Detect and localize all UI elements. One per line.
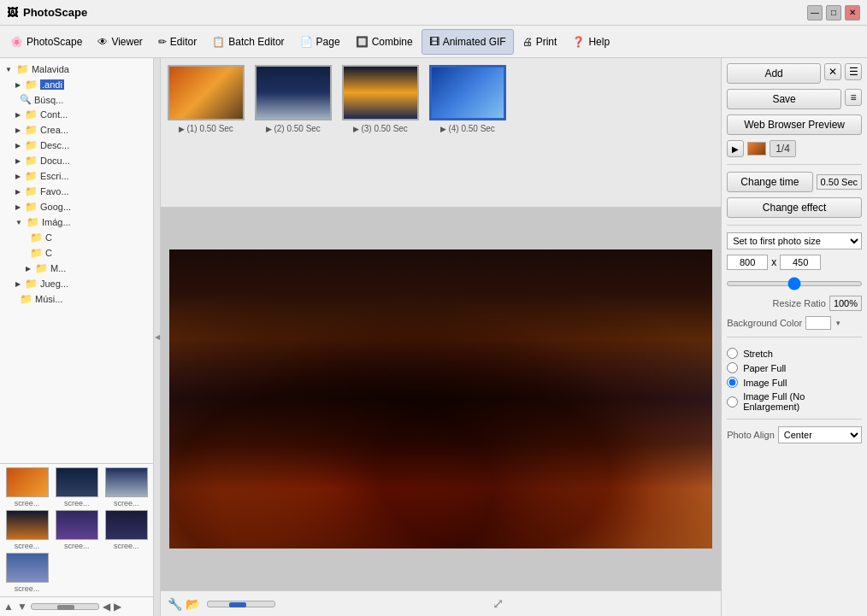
menu-page[interactable]: 📄 Page bbox=[293, 29, 347, 55]
sidebar-thumb-7[interactable]: scree... bbox=[3, 553, 50, 593]
menu-combine[interactable]: 🔲 Combine bbox=[349, 29, 420, 55]
menu-animated-gif[interactable]: 🎞 Animated GIF bbox=[422, 29, 514, 55]
tree-item-escri[interactable]: ▶ 📁 Escri... bbox=[3, 168, 150, 184]
sidebar-collapse-handle[interactable]: ◀ bbox=[154, 58, 161, 616]
radio-image-full[interactable]: Image Full bbox=[727, 377, 862, 388]
tool-icon-1[interactable]: 🔧 bbox=[168, 597, 182, 611]
close-icon[interactable]: ✕ bbox=[824, 63, 841, 80]
nav-up-button[interactable]: ▲ bbox=[3, 601, 14, 613]
save-row: Save ≡ bbox=[727, 89, 862, 109]
resize-ratio-slider[interactable] bbox=[727, 281, 862, 286]
tree-item-c1[interactable]: 📁 C bbox=[3, 230, 150, 245]
film-thumb-2 bbox=[255, 65, 332, 120]
height-input[interactable] bbox=[780, 255, 821, 270]
sidebar-thumb-4[interactable]: scree... bbox=[3, 510, 50, 550]
maximize-button[interactable]: □ bbox=[826, 5, 841, 21]
tree-item-crea[interactable]: ▶ 📁 Crea... bbox=[3, 122, 150, 138]
change-time-button[interactable]: Change time bbox=[727, 172, 812, 192]
film-label-3: ▶ (3) 0.50 Sec bbox=[353, 124, 407, 133]
sidebar-thumb-3[interactable]: scree... bbox=[103, 467, 150, 507]
radio-paper-full-input[interactable] bbox=[727, 362, 738, 373]
sidebar-thumb-2[interactable]: scree... bbox=[53, 467, 100, 507]
nav-left-button[interactable]: ◀ bbox=[103, 601, 110, 613]
menu-viewer[interactable]: 👁 Viewer bbox=[91, 29, 149, 55]
tree-item-malavida[interactable]: ▼ 📁 Malavida bbox=[3, 62, 150, 77]
menu-batch-editor-label: Batch Editor bbox=[228, 36, 284, 48]
horizontal-scrollbar[interactable] bbox=[31, 603, 99, 610]
tree-item-desc[interactable]: ▶ 📁 Desc... bbox=[3, 138, 150, 153]
tree-item-cont[interactable]: ▶ 📁 Cont... bbox=[3, 107, 150, 122]
folder-icon: 📁 bbox=[25, 170, 38, 182]
expand-icon: ▶ bbox=[15, 203, 21, 211]
zoom-slider[interactable] bbox=[207, 601, 275, 607]
radio-no-enlarge-input[interactable] bbox=[727, 396, 738, 408]
save-button[interactable]: Save bbox=[727, 89, 841, 109]
tree-label-jueg: Jueg... bbox=[40, 279, 68, 289]
radio-stretch[interactable]: Stretch bbox=[727, 348, 862, 359]
expand-icon: ▶ bbox=[15, 81, 21, 89]
menu-combine-label: Combine bbox=[372, 36, 413, 48]
folder-icon: 📁 bbox=[25, 139, 38, 151]
close-button[interactable]: ✕ bbox=[845, 5, 860, 21]
gif-icon: 🎞 bbox=[429, 36, 439, 48]
color-dropdown-arrow[interactable]: ▼ bbox=[835, 320, 841, 327]
save-panel-icon[interactable]: ☰ bbox=[845, 63, 862, 80]
sidebar-thumb-5[interactable]: scree... bbox=[53, 510, 100, 550]
tree-item-imag[interactable]: ▼ 📁 Imág... bbox=[3, 214, 150, 230]
tree-label-goog: Goog... bbox=[40, 202, 71, 212]
width-input[interactable] bbox=[727, 255, 768, 270]
minimize-button[interactable]: — bbox=[807, 5, 823, 21]
set-first-photo-select[interactable]: Set to first photo size bbox=[727, 232, 862, 249]
menu-help[interactable]: ❓ Help bbox=[565, 29, 616, 55]
menu-photoscape[interactable]: 🌸 PhotoScape bbox=[3, 29, 89, 55]
nav-down-button[interactable]: ▼ bbox=[17, 601, 27, 613]
sidebar-thumb-6[interactable]: scree... bbox=[103, 510, 150, 550]
play-button[interactable]: ▶ bbox=[727, 140, 744, 157]
tool-icon-2[interactable]: 📂 bbox=[186, 597, 200, 611]
tree-item-busq[interactable]: 🔍 Búsq... bbox=[3, 92, 150, 107]
tree-item-docu[interactable]: ▶ 📁 Docu... bbox=[3, 153, 150, 168]
menu-batch-editor[interactable]: 📋 Batch Editor bbox=[205, 29, 291, 55]
tree-item-favo[interactable]: ▶ 📁 Favo... bbox=[3, 184, 150, 199]
menu-print[interactable]: 🖨 Print bbox=[516, 29, 564, 55]
radio-image-full-no-enlarge[interactable]: Image Full (No Enlargement) bbox=[727, 391, 862, 412]
film-item-1[interactable]: ▶ (1) 0.50 Sec bbox=[168, 65, 245, 133]
tree-item-goog[interactable]: ▶ 📁 Goog... bbox=[3, 199, 150, 214]
title-bar: 🖼 PhotoScape — □ ✕ bbox=[0, 0, 867, 26]
menu-editor[interactable]: ✏ Editor bbox=[151, 29, 203, 55]
tree-item-m[interactable]: ▶ 📁 M... bbox=[3, 261, 150, 276]
radio-stretch-input[interactable] bbox=[727, 348, 738, 359]
photo-align-select[interactable]: Center Left Right Top Bottom bbox=[778, 426, 862, 443]
film-item-3[interactable]: ▶ (3) 0.50 Sec bbox=[342, 65, 419, 133]
zoom-slider-thumb[interactable] bbox=[229, 602, 246, 607]
save-as-icon[interactable]: ≡ bbox=[845, 89, 862, 106]
photo-align-row: Photo Align Center Left Right Top Bottom bbox=[727, 426, 862, 443]
window-controls[interactable]: — □ ✕ bbox=[807, 5, 860, 21]
tree-item-c2[interactable]: 📁 C bbox=[3, 245, 150, 261]
nav-right-button[interactable]: ▶ bbox=[114, 601, 121, 613]
radio-image-full-input[interactable] bbox=[727, 377, 738, 388]
scrollbar-thumb[interactable] bbox=[57, 605, 74, 610]
resize-ratio-row: Resize Ratio 100% bbox=[727, 296, 862, 311]
bg-color-picker[interactable] bbox=[805, 316, 831, 330]
divider-4 bbox=[727, 419, 862, 419]
film-label-1: ▶ (1) 0.50 Sec bbox=[179, 124, 233, 133]
sidebar-bottom-bar: ▲ ▼ ◀ ▶ bbox=[0, 596, 153, 616]
tree-item-musi[interactable]: 📁 Músi... bbox=[3, 291, 150, 307]
help-icon: ❓ bbox=[572, 36, 585, 48]
film-item-2[interactable]: ▶ (2) 0.50 Sec bbox=[255, 65, 332, 133]
tree-item-jueg[interactable]: ▶ 📁 Jueg... bbox=[3, 276, 150, 291]
add-button[interactable]: Add bbox=[727, 63, 821, 84]
folder-icon: 📁 bbox=[25, 201, 38, 213]
playback-row: ▶ 1/4 bbox=[727, 140, 862, 157]
x-separator: x bbox=[771, 256, 776, 268]
expand-icon: ▶ bbox=[15, 157, 21, 165]
radio-paper-full[interactable]: Paper Full bbox=[727, 362, 862, 373]
change-effect-button[interactable]: Change effect bbox=[727, 197, 862, 218]
film-label-4: ▶ (4) 0.50 Sec bbox=[440, 124, 494, 133]
photoscape-icon: 🌸 bbox=[10, 36, 23, 48]
web-preview-button[interactable]: Web Browser Preview bbox=[727, 114, 862, 135]
film-item-4[interactable]: ▶ (4) 0.50 Sec bbox=[429, 65, 506, 133]
tree-item-andi[interactable]: ▶ 📁 .andi bbox=[3, 77, 150, 92]
sidebar-thumb-1[interactable]: scree... bbox=[3, 467, 50, 507]
